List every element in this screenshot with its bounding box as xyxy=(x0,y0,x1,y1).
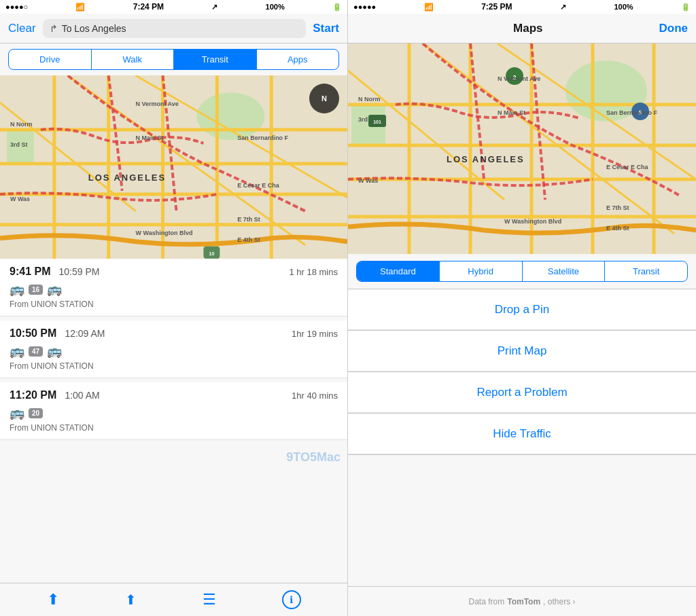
turn-icon: ↱ xyxy=(50,23,58,34)
drop-pin-label: Drop a Pin xyxy=(495,303,549,316)
transit-icons-2: 🚌 47 🚌 xyxy=(10,344,338,359)
map-right[interactable]: 2 5 N Norm 3rd St W Was N Main St N Verm… xyxy=(348,43,696,254)
bus-badge-1a: 16 xyxy=(29,285,43,295)
location-icon[interactable]: ⬆ xyxy=(47,591,59,609)
svg-text:3rd St: 3rd St xyxy=(10,141,27,148)
hybrid-map-tab[interactable]: Hybrid xyxy=(440,261,523,281)
status-bar-left: ●●●●○ 📶 7:24 PM ↗ 100% 🔋 xyxy=(0,0,347,14)
clear-button[interactable]: Clear xyxy=(8,22,36,35)
arrive-time-2: 12:09 AM xyxy=(65,328,105,339)
svg-text:San Bernardino F: San Bernardino F xyxy=(606,109,658,116)
svg-text:N Vermont Ave: N Vermont Ave xyxy=(136,101,179,107)
list-icon[interactable]: ☰ xyxy=(203,591,216,609)
data-suffix: , others › xyxy=(543,597,575,606)
arrow-icon-right: ↗ xyxy=(560,3,566,12)
arrive-time-3: 1:00 AM xyxy=(65,390,99,401)
wifi-icon-right: 📶 xyxy=(424,3,434,12)
nav-bar-right: Maps Done xyxy=(348,14,696,43)
standard-map-tab[interactable]: Standard xyxy=(357,261,440,281)
hide-traffic-label: Hide Traffic xyxy=(493,427,551,441)
from-label-3: From UNION STATION xyxy=(10,423,338,433)
svg-text:10: 10 xyxy=(209,251,215,256)
depart-time-2: 10:50 PM xyxy=(10,327,56,340)
svg-text:W Was: W Was xyxy=(358,177,378,184)
battery-icon-left: 🔋 xyxy=(332,3,342,12)
transit-map-tab[interactable]: Transit xyxy=(605,261,687,281)
bus-badge-2a: 47 xyxy=(29,346,43,357)
apps-tab[interactable]: Apps xyxy=(257,50,339,69)
wifi-icon-left: 📶 xyxy=(75,3,85,12)
status-time-right: 7:25 PM xyxy=(481,2,512,12)
transit-icons-1: 🚌 16 🚌 xyxy=(10,282,338,297)
svg-text:N Main St: N Main St xyxy=(136,134,164,141)
walk-tab[interactable]: Walk xyxy=(92,50,175,69)
battery-icon-right: 🔋 xyxy=(681,3,691,12)
tomtom-brand: TomTom xyxy=(507,597,540,606)
arrive-time-1: 10:59 PM xyxy=(58,266,99,277)
data-prefix: Data from xyxy=(469,597,505,606)
battery-label-left: 100% xyxy=(266,3,285,11)
satellite-map-tab[interactable]: Satellite xyxy=(523,261,606,281)
share-icon[interactable]: ⬆ xyxy=(125,592,137,608)
info-icon[interactable]: ℹ xyxy=(282,590,301,609)
print-map-label: Print Map xyxy=(498,344,547,358)
nav-bar-left: Clear ↱ To Los Angeles Start xyxy=(0,14,347,43)
start-button[interactable]: Start xyxy=(313,22,339,35)
transit-icons-3: 🚌 20 xyxy=(10,405,338,420)
bus-badge-3a: 20 xyxy=(29,408,43,418)
left-panel: ●●●●○ 📶 7:24 PM ↗ 100% 🔋 Clear ↱ To Los … xyxy=(0,0,348,616)
svg-text:LOS ANGELES: LOS ANGELES xyxy=(447,154,525,164)
svg-text:W Washington Blvd: W Washington Blvd xyxy=(504,218,561,225)
transit-route-3[interactable]: 11:20 PM 1:00 AM 1hr 40 mins 🚌 20 From U… xyxy=(0,382,347,440)
hide-traffic-button[interactable]: Hide Traffic xyxy=(348,414,696,454)
status-bar-right: ●●●●● 📶 7:25 PM ↗ 100% 🔋 xyxy=(348,0,696,14)
drop-pin-button[interactable]: Drop a Pin xyxy=(348,289,696,330)
data-attribution-footer[interactable]: Data from TomTom , others › xyxy=(348,586,696,616)
status-time-left: 7:24 PM xyxy=(133,2,164,12)
bus-icon-3a: 🚌 xyxy=(10,405,24,420)
from-label-1: From UNION STATION xyxy=(10,300,338,309)
watermark: 9TO5Mac xyxy=(286,450,341,465)
svg-text:E 7th St: E 7th St xyxy=(237,216,260,223)
report-problem-label: Report a Problem xyxy=(476,386,567,399)
transit-list: 9:41 PM 10:59 PM 1 hr 18 mins 🚌 16 🚌 Fro… xyxy=(0,259,347,583)
separator-bottom xyxy=(348,454,696,455)
svg-text:LOS ANGELES: LOS ANGELES xyxy=(88,173,166,183)
depart-time-1: 9:41 PM xyxy=(10,266,50,278)
transit-route-1[interactable]: 9:41 PM 10:59 PM 1 hr 18 mins 🚌 16 🚌 Fro… xyxy=(0,259,347,316)
duration-2: 1hr 19 mins xyxy=(292,329,338,339)
bus-icon-2b: 🚌 xyxy=(47,344,62,359)
svg-text:N Norm: N Norm xyxy=(358,96,381,103)
depart-time-3: 11:20 PM xyxy=(10,389,56,401)
transit-tab[interactable]: Transit xyxy=(174,50,257,69)
map-options-menu: Drop a Pin Print Map Report a Problem Hi… xyxy=(348,289,696,586)
map-left[interactable]: 60 10 N Norm 3rd St W Was N Main St N Ve… xyxy=(0,75,347,259)
svg-text:N Norm: N Norm xyxy=(10,121,32,128)
svg-text:San Bernardino F: San Bernardino F xyxy=(237,134,288,141)
transit-route-2[interactable]: 10:50 PM 12:09 AM 1hr 19 mins 🚌 47 🚌 Fro… xyxy=(0,321,347,378)
svg-text:E 4th St: E 4th St xyxy=(237,236,260,243)
from-label-2: From UNION STATION xyxy=(10,361,338,371)
svg-text:101: 101 xyxy=(373,120,381,124)
map-type-segment-control: Standard Hybrid Satellite Transit xyxy=(356,261,688,282)
compass[interactable]: N xyxy=(309,84,339,113)
svg-text:E Cesar E Cha: E Cesar E Cha xyxy=(237,182,279,189)
svg-text:W Washington Blvd: W Washington Blvd xyxy=(136,230,193,236)
transport-segment-control: Drive Walk Transit Apps xyxy=(8,49,339,70)
duration-1: 1 hr 18 mins xyxy=(289,267,338,277)
bus-icon-2a: 🚌 xyxy=(10,344,24,359)
bus-icon-1b: 🚌 xyxy=(47,282,62,297)
duration-3: 1hr 40 mins xyxy=(292,391,338,401)
battery-label-right: 100% xyxy=(614,3,633,11)
arrow-icon-left: ↗ xyxy=(211,3,218,12)
bus-icon-1a: 🚌 xyxy=(10,282,24,297)
done-button[interactable]: Done xyxy=(659,22,689,35)
destination-text: To Los Angeles xyxy=(62,23,126,34)
destination-field[interactable]: ↱ To Los Angeles xyxy=(43,19,307,38)
drive-tab[interactable]: Drive xyxy=(9,50,92,69)
print-map-button[interactable]: Print Map xyxy=(348,331,696,372)
svg-text:N Main St: N Main St xyxy=(498,109,525,116)
svg-text:W Was: W Was xyxy=(10,196,30,202)
report-problem-button[interactable]: Report a Problem xyxy=(348,372,696,413)
svg-text:N Vermont Ave: N Vermont Ave xyxy=(498,75,540,82)
